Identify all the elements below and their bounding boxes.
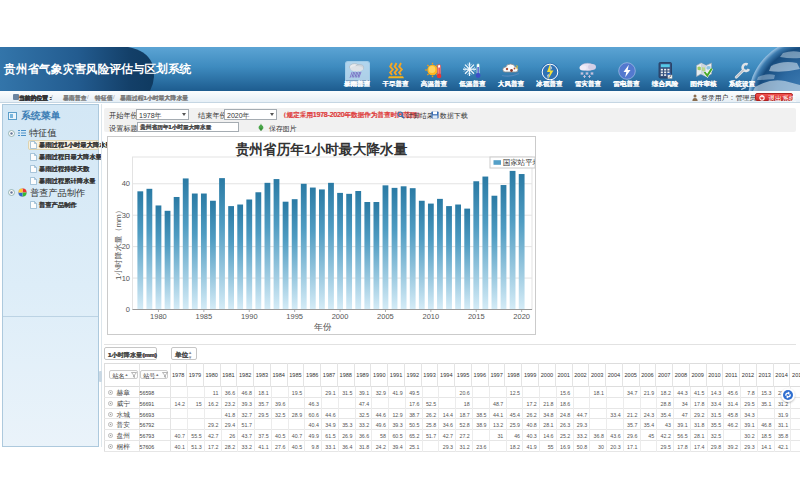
svg-text:1980: 1980 <box>150 312 167 321</box>
svg-text:1995: 1995 <box>286 312 303 321</box>
svg-text:1990: 1990 <box>241 312 258 321</box>
svg-text:年份: 年份 <box>314 322 332 332</box>
svg-text:1小时降水量（mm）: 1小时降水量（mm） <box>114 206 123 280</box>
svg-text:国家站平均: 国家站平均 <box>503 158 535 167</box>
svg-text:2015: 2015 <box>468 312 485 321</box>
svg-text:30: 30 <box>122 211 130 220</box>
svg-text:20: 20 <box>122 242 130 251</box>
svg-text:40: 40 <box>122 179 130 188</box>
svg-text:2010: 2010 <box>423 312 440 321</box>
svg-text:2000: 2000 <box>332 312 349 321</box>
svg-text:10: 10 <box>122 274 130 283</box>
svg-text:1985: 1985 <box>196 312 213 321</box>
svg-text:0: 0 <box>126 305 130 314</box>
svg-text:2020: 2020 <box>513 312 530 321</box>
svg-text:2005: 2005 <box>377 312 394 321</box>
